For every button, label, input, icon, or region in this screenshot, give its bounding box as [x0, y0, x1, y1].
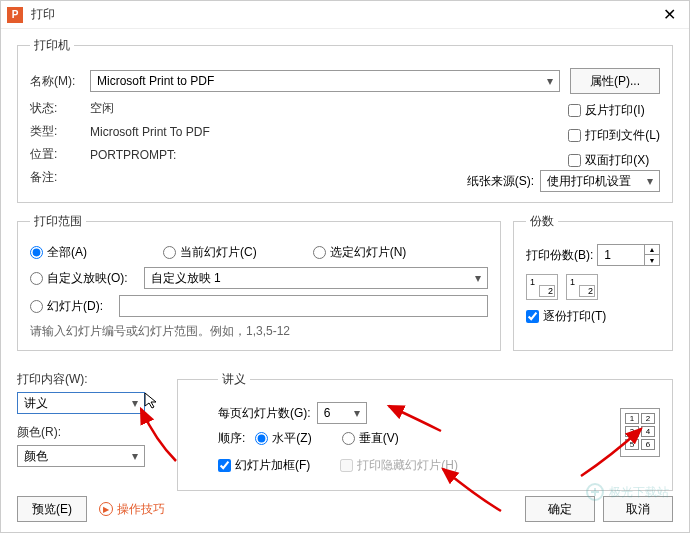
per-page-dropdown[interactable]: 6: [317, 402, 367, 424]
handout-group: 讲义 每页幻灯片数(G): 6 顺序: 水平(Z) 垂直(V) 幻灯片加框(F)…: [177, 371, 673, 491]
copies-group: 份数 打印份数(B): 1 ▲▼ 12 12 逐份打印(T): [513, 213, 673, 351]
type-label: 类型:: [30, 123, 90, 140]
range-current-radio[interactable]: 当前幻灯片(C): [163, 244, 257, 261]
paper-source-dropdown[interactable]: 使用打印机设置: [540, 170, 660, 192]
collate-icon-1: 12: [526, 274, 558, 300]
collate-preview: 12 12: [526, 274, 660, 300]
custom-show-dropdown[interactable]: 自定义放映 1: [144, 267, 488, 289]
range-all-radio[interactable]: 全部(A): [30, 244, 87, 261]
spinner-down-icon[interactable]: ▼: [645, 255, 659, 265]
location-value: PORTPROMPT:: [90, 148, 176, 162]
close-button[interactable]: ✕: [649, 1, 689, 29]
collate-checkbox[interactable]: 逐份打印(T): [526, 308, 660, 325]
range-slides-radio[interactable]: 幻灯片(D):: [30, 298, 103, 315]
paper-source-label: 纸张来源(S):: [467, 173, 534, 190]
copies-spinner[interactable]: 1 ▲▼: [597, 244, 660, 266]
handout-legend: 讲义: [218, 371, 250, 388]
location-label: 位置:: [30, 146, 90, 163]
color-dropdown[interactable]: 颜色: [17, 445, 145, 467]
comment-label: 备注:: [30, 169, 90, 186]
content-label: 打印内容(W):: [17, 371, 157, 388]
range-selected-radio[interactable]: 选定幻灯片(N): [313, 244, 407, 261]
printer-name-value: Microsoft Print to PDF: [97, 74, 214, 88]
color-label: 颜色(R):: [17, 424, 157, 441]
range-hint: 请输入幻灯片编号或幻灯片范围。例如，1,3,5-12: [30, 323, 488, 340]
copies-count-label: 打印份数(B):: [526, 247, 593, 264]
spinner-up-icon[interactable]: ▲: [645, 245, 659, 255]
properties-button[interactable]: 属性(P)...: [570, 68, 660, 94]
print-dialog: P 打印 ✕ 打印机 名称(M): Microsoft Print to PDF…: [0, 0, 690, 533]
frame-checkbox[interactable]: 幻灯片加框(F): [218, 457, 310, 474]
ok-button[interactable]: 确定: [525, 496, 595, 522]
collate-icon-2: 12: [566, 274, 598, 300]
app-icon: P: [7, 7, 23, 23]
printer-name-label: 名称(M):: [30, 73, 90, 90]
cancel-button[interactable]: 取消: [603, 496, 673, 522]
status-value: 空闲: [90, 100, 114, 117]
print-content-dropdown[interactable]: 讲义: [17, 392, 145, 414]
print-to-file-checkbox[interactable]: 打印到文件(L): [568, 127, 660, 144]
order-label: 顺序:: [218, 430, 245, 447]
range-legend: 打印范围: [30, 213, 86, 230]
per-page-label: 每页幻灯片数(G):: [218, 405, 311, 422]
reverse-print-checkbox[interactable]: 反片打印(I): [568, 102, 660, 119]
duplex-checkbox[interactable]: 双面打印(X): [568, 152, 660, 169]
order-vertical-radio[interactable]: 垂直(V): [342, 430, 399, 447]
order-horizontal-radio[interactable]: 水平(Z): [255, 430, 311, 447]
printer-name-dropdown[interactable]: Microsoft Print to PDF: [90, 70, 560, 92]
type-value: Microsoft Print To PDF: [90, 125, 210, 139]
dialog-title: 打印: [31, 6, 649, 23]
preview-button[interactable]: 预览(E): [17, 496, 87, 522]
status-label: 状态:: [30, 100, 90, 117]
slides-input[interactable]: [119, 295, 488, 317]
print-range-group: 打印范围 全部(A) 当前幻灯片(C) 选定幻灯片(N) 自定义放映(O): 自…: [17, 213, 501, 351]
printer-group: 打印机 名称(M): Microsoft Print to PDF 属性(P).…: [17, 37, 673, 203]
paper-source-value: 使用打印机设置: [547, 173, 631, 190]
range-custom-radio[interactable]: 自定义放映(O):: [30, 270, 128, 287]
hidden-slides-checkbox[interactable]: 打印隐藏幻灯片(H): [340, 457, 458, 474]
paper-source-row: 纸张来源(S): 使用打印机设置: [467, 170, 660, 192]
titlebar: P 打印 ✕: [1, 1, 689, 29]
dialog-footer: 预览(E) ▶ 操作技巧 确定 取消: [17, 496, 673, 522]
printer-legend: 打印机: [30, 37, 74, 54]
dialog-content: 打印机 名称(M): Microsoft Print to PDF 属性(P).…: [1, 29, 689, 509]
copies-legend: 份数: [526, 213, 558, 230]
play-icon: ▶: [99, 502, 113, 516]
handout-layout-preview: 12 34 56: [620, 408, 660, 457]
printer-options: 反片打印(I) 打印到文件(L) 双面打印(X): [568, 102, 660, 169]
tips-link[interactable]: ▶ 操作技巧: [99, 501, 165, 518]
